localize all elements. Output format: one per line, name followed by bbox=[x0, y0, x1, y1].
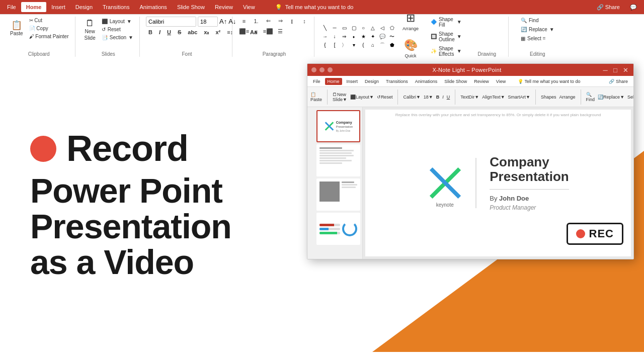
ppt-arrange-mini[interactable]: Arrange bbox=[559, 95, 576, 100]
new-slide-button[interactable]: 🗒 New Slide bbox=[82, 17, 99, 43]
ppt-smartart-mini[interactable]: SmartArt▼ bbox=[508, 95, 530, 100]
strikethrough-button[interactable]: S bbox=[175, 28, 184, 36]
ppt-paste-mini[interactable]: 📋Paste bbox=[310, 92, 322, 102]
numbering-button[interactable]: 1. bbox=[251, 17, 262, 26]
line-spacing-button[interactable]: ↕ bbox=[299, 17, 310, 26]
reset-button[interactable]: ↺ Reset bbox=[100, 26, 135, 33]
slide-thumb-2[interactable] bbox=[316, 144, 360, 176]
italic-button[interactable]: I bbox=[156, 28, 163, 36]
bullets-button[interactable]: ≡ bbox=[238, 17, 250, 26]
underline-button[interactable]: U bbox=[165, 28, 174, 36]
tab-design[interactable]: Design bbox=[70, 2, 98, 12]
ppt-mini-tab-design[interactable]: Design bbox=[362, 78, 381, 85]
shape-rect[interactable]: ▭ bbox=[340, 24, 349, 32]
shape-chevron[interactable]: 〉 bbox=[340, 41, 349, 49]
shape-arrow3[interactable]: ⇒ bbox=[340, 33, 349, 41]
slide-thumb-3[interactable] bbox=[316, 178, 360, 211]
section-button[interactable]: 📑 Section ▼ bbox=[100, 34, 135, 41]
copy-button[interactable]: 📄 Copy bbox=[27, 25, 71, 32]
shape-outline-button[interactable]: 🔲 Shape Outline ▼ bbox=[429, 30, 464, 43]
slide-thumb-4[interactable] bbox=[316, 213, 360, 245]
ppt-reset-mini[interactable]: ↺Reset bbox=[377, 95, 393, 100]
tab-home[interactable]: Home bbox=[21, 2, 47, 12]
shape-extra[interactable]: ⬟ bbox=[387, 41, 396, 49]
select-button[interactable]: ▦ Select = bbox=[519, 35, 556, 42]
cut-button[interactable]: ✂ Cut bbox=[27, 17, 71, 24]
shape-brace[interactable]: { bbox=[320, 41, 330, 49]
ppt-mini-tab-transitions[interactable]: Transitions bbox=[383, 78, 411, 85]
arrange-button[interactable]: ⊞ Arrange bbox=[398, 8, 423, 36]
find-button[interactable]: 🔍 Find bbox=[519, 17, 556, 24]
shape-arrow1[interactable]: → bbox=[320, 33, 330, 41]
tab-animations[interactable]: Animations bbox=[134, 2, 172, 12]
ppt-font-mini[interactable]: Calibri▼ bbox=[403, 95, 420, 100]
ppt-shapes-mini[interactable]: Shapes bbox=[541, 95, 556, 100]
justify-button[interactable]: ☰ bbox=[275, 27, 286, 36]
format-painter-button[interactable]: 🖌 Format Painter bbox=[27, 33, 71, 40]
increase-font-icon[interactable]: A↑ bbox=[219, 18, 227, 25]
align-right-button[interactable]: ≡⬛ bbox=[263, 27, 274, 36]
ppt-close-button[interactable]: ✕ bbox=[621, 66, 629, 74]
ppt-find-mini[interactable]: 🔍Find bbox=[586, 92, 595, 102]
font-size-box[interactable]: 18 bbox=[198, 17, 218, 27]
rec-button[interactable]: REC bbox=[567, 223, 623, 245]
replace-button[interactable]: 🔄 Replace▼ bbox=[519, 26, 556, 33]
shape-triangle[interactable]: △ bbox=[368, 24, 377, 32]
shape-curved[interactable]: ⌒ bbox=[378, 41, 387, 49]
shape-effects-button[interactable]: ✨ Shape Effects ▼ bbox=[429, 45, 464, 58]
smallcaps-button[interactable]: abc bbox=[185, 28, 200, 36]
shape-more[interactable]: ▾ bbox=[349, 41, 358, 49]
superscript-button[interactable]: x² bbox=[213, 28, 223, 36]
align-center-button[interactable]: ≡ bbox=[251, 27, 262, 36]
ppt-text-dir-mini[interactable]: TextDir▼ bbox=[460, 95, 479, 100]
slide-thumb-1[interactable]: Company Presentation By John Doe bbox=[316, 110, 360, 142]
tab-slideshow[interactable]: Slide Show bbox=[172, 2, 210, 12]
ppt-minimize-button[interactable]: ─ bbox=[601, 66, 609, 74]
text-columns-button[interactable]: ⫿ bbox=[287, 17, 298, 26]
shape-arrow4[interactable]: ⬧ bbox=[349, 33, 358, 41]
increase-indent-button[interactable]: ⇒ bbox=[275, 17, 286, 26]
ppt-layout-mini[interactable]: ⬛Layout▼ bbox=[350, 95, 374, 100]
shape-starburst[interactable]: ✦ bbox=[368, 33, 377, 41]
shape-arrow2[interactable]: ↓ bbox=[330, 33, 339, 41]
ppt-mini-tab-slideshow[interactable]: Slide Show bbox=[442, 78, 469, 85]
font-name-box[interactable]: Calibri bbox=[146, 17, 196, 27]
shape-roundrect[interactable]: ▢ bbox=[349, 24, 358, 32]
ppt-size-mini[interactable]: 18▼ bbox=[424, 95, 433, 100]
shape-paren[interactable]: ( bbox=[359, 41, 368, 49]
bold-button[interactable]: B bbox=[146, 28, 155, 36]
tab-view[interactable]: View bbox=[238, 2, 260, 12]
shape-line2[interactable]: ─ bbox=[330, 24, 339, 32]
ppt-replace-mini[interactable]: 🔄Replace▼ bbox=[598, 95, 624, 100]
tab-insert[interactable]: Insert bbox=[46, 2, 70, 12]
shape-fill-button[interactable]: 🔷 Shape Fill ▼ bbox=[429, 16, 464, 29]
ppt-new-slide-mini[interactable]: 🗒New Slide▼ bbox=[333, 92, 347, 102]
ppt-italic-mini[interactable]: I bbox=[442, 95, 444, 100]
ppt-mini-tab-animations[interactable]: Animations bbox=[413, 78, 440, 85]
tab-review[interactable]: Review bbox=[210, 2, 238, 12]
ppt-mini-tell-me[interactable]: 💡 Tell me what you want to do bbox=[515, 78, 583, 85]
text-spacing-button[interactable]: ≡↕ bbox=[224, 28, 235, 36]
decrease-indent-button[interactable]: ⇐ bbox=[263, 17, 274, 26]
shape-bracket[interactable]: [ bbox=[330, 41, 339, 49]
layout-button[interactable]: ⬛ Layout ▼ bbox=[100, 18, 135, 25]
ppt-align-mini[interactable]: AlignText▼ bbox=[482, 95, 505, 100]
shape-star[interactable]: ★ bbox=[359, 33, 368, 41]
align-left-button[interactable]: ⬛≡ bbox=[238, 27, 250, 36]
paste-button[interactable]: 📋 Paste bbox=[7, 19, 26, 38]
shape-house[interactable]: ⌂ bbox=[368, 41, 377, 49]
tab-file[interactable]: File bbox=[2, 2, 21, 12]
ppt-mini-tab-file[interactable]: File bbox=[310, 78, 323, 85]
ppt-select-mini[interactable]: Select▼ bbox=[627, 95, 634, 100]
ppt-mini-tab-home[interactable]: Home bbox=[325, 78, 342, 85]
ppt-bold-mini[interactable]: B bbox=[436, 95, 440, 100]
ppt-mini-tab-review[interactable]: Review bbox=[471, 78, 492, 85]
shape-rtriangle[interactable]: ◁ bbox=[378, 24, 387, 32]
shape-callout[interactable]: 💬 bbox=[378, 33, 387, 41]
comment-icon[interactable]: 💬 bbox=[625, 2, 642, 13]
ppt-underline-mini[interactable]: U bbox=[447, 95, 450, 100]
tab-transitions[interactable]: Transitions bbox=[98, 2, 134, 12]
ppt-mini-tab-insert[interactable]: Insert bbox=[344, 78, 361, 85]
shape-oval[interactable]: ○ bbox=[359, 24, 368, 32]
ppt-maximize-button[interactable]: □ bbox=[611, 66, 619, 74]
